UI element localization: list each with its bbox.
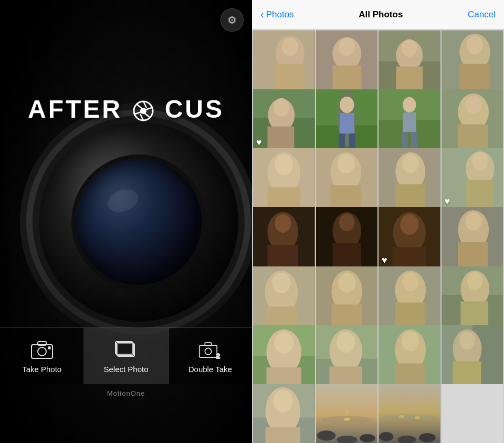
photo-cell[interactable] [253, 148, 315, 210]
photo-cell[interactable]: ♥ [442, 148, 503, 210]
photo-cell[interactable] [316, 384, 378, 443]
photo-cell[interactable] [253, 325, 315, 387]
svg-point-9 [38, 347, 46, 356]
bottom-actions: Take Photo Select Photo 2 Double Take [0, 327, 252, 443]
svg-point-50 [403, 97, 416, 112]
photo-cell[interactable] [253, 384, 315, 443]
svg-point-76 [275, 214, 291, 233]
photo-cell[interactable] [316, 207, 378, 269]
svg-rect-15 [200, 345, 217, 357]
select-photo-button[interactable]: Select Photo [84, 328, 168, 384]
svg-point-60 [275, 154, 293, 175]
svg-point-96 [338, 273, 355, 292]
take-photo-button[interactable]: Take Photo [0, 328, 84, 384]
select-photo-label: Select Photo [103, 365, 148, 374]
photo-cell[interactable] [316, 266, 378, 328]
svg-rect-35 [459, 64, 489, 92]
cancel-button[interactable]: Cancel [468, 9, 496, 20]
photo-cell[interactable] [442, 89, 503, 151]
app-title-container: AFTER CUS [0, 95, 252, 123]
svg-point-115 [337, 332, 355, 352]
svg-point-21 [282, 38, 298, 56]
svg-rect-69 [395, 184, 425, 210]
svg-point-100 [402, 272, 418, 291]
svg-point-92 [272, 272, 290, 293]
photo-cell[interactable] [442, 266, 503, 328]
svg-point-110 [274, 332, 293, 353]
svg-point-144 [419, 433, 435, 442]
svg-point-124 [459, 331, 475, 349]
photo-cell[interactable] [379, 148, 440, 210]
svg-point-133 [343, 417, 350, 420]
photo-grid: ♥ [252, 29, 504, 443]
svg-rect-14 [117, 343, 133, 355]
photo-cell[interactable] [442, 325, 503, 387]
brand-label: MotionOne [107, 384, 145, 405]
svg-point-39 [274, 98, 289, 117]
svg-point-136 [360, 434, 375, 442]
photo-cell[interactable] [316, 89, 378, 151]
photo-cell[interactable]: ♥ [253, 89, 315, 151]
photo-cell[interactable] [442, 384, 503, 443]
photo-cell[interactable] [379, 89, 440, 151]
svg-point-11 [48, 347, 50, 349]
select-photo-icon [114, 341, 138, 359]
svg-point-64 [337, 154, 354, 173]
svg-point-105 [467, 271, 482, 290]
svg-rect-120 [395, 363, 425, 387]
photo-cell[interactable] [379, 266, 440, 328]
svg-rect-65 [330, 186, 361, 210]
svg-rect-77 [267, 245, 298, 269]
photo-cell[interactable] [379, 30, 440, 92]
heart-badge: ♥ [256, 137, 262, 148]
double-take-button[interactable]: 2 Double Take [169, 328, 252, 384]
svg-point-16 [205, 348, 212, 354]
svg-rect-101 [395, 302, 425, 328]
svg-point-140 [399, 415, 404, 418]
photo-cell[interactable] [253, 30, 315, 92]
svg-rect-22 [276, 64, 304, 92]
svg-rect-130 [266, 427, 301, 443]
photo-cell[interactable] [253, 207, 315, 269]
action-buttons-row: Take Photo Select Photo 2 Double Take [0, 327, 252, 384]
take-photo-label: Take Photo [22, 365, 61, 374]
svg-point-88 [465, 212, 481, 231]
photo-cell[interactable] [316, 148, 378, 210]
svg-rect-61 [267, 188, 300, 210]
svg-point-30 [402, 39, 417, 57]
svg-rect-97 [331, 304, 362, 328]
svg-rect-73 [466, 180, 493, 210]
nav-title: All Photos [359, 9, 403, 20]
photo-cell[interactable] [379, 325, 440, 387]
back-button[interactable]: ‹ Photos [260, 9, 294, 20]
photo-cell[interactable] [379, 384, 440, 443]
photo-cell[interactable] [253, 266, 315, 328]
svg-point-72 [472, 152, 487, 171]
heart-badge: ♥ [382, 255, 387, 266]
chevron-left-icon: ‹ [260, 9, 264, 19]
svg-point-68 [402, 154, 418, 173]
photo-cell[interactable]: ♥ [379, 207, 440, 269]
svg-point-80 [339, 214, 354, 231]
aperture-icon [132, 99, 155, 122]
svg-text:2: 2 [217, 353, 220, 359]
svg-point-129 [273, 390, 292, 413]
svg-point-56 [465, 96, 481, 114]
double-take-icon: 2 [198, 341, 222, 359]
double-take-label: Double Take [188, 365, 232, 374]
svg-point-142 [379, 432, 393, 441]
svg-rect-57 [458, 125, 488, 151]
svg-rect-81 [332, 243, 361, 269]
svg-line-6 [135, 112, 141, 114]
right-panel: ‹ Photos All Photos Cancel [252, 0, 504, 443]
settings-button[interactable]: ⚙ [220, 8, 244, 32]
photo-cell[interactable] [316, 30, 378, 92]
photo-cell[interactable] [442, 30, 503, 92]
svg-point-139 [383, 415, 436, 421]
svg-point-135 [317, 430, 335, 441]
photo-cell[interactable] [442, 207, 503, 269]
left-panel: ⚙ AFTER CUS [0, 0, 252, 443]
photo-cell[interactable] [316, 325, 378, 387]
back-label: Photos [266, 9, 294, 20]
svg-rect-51 [403, 112, 416, 132]
